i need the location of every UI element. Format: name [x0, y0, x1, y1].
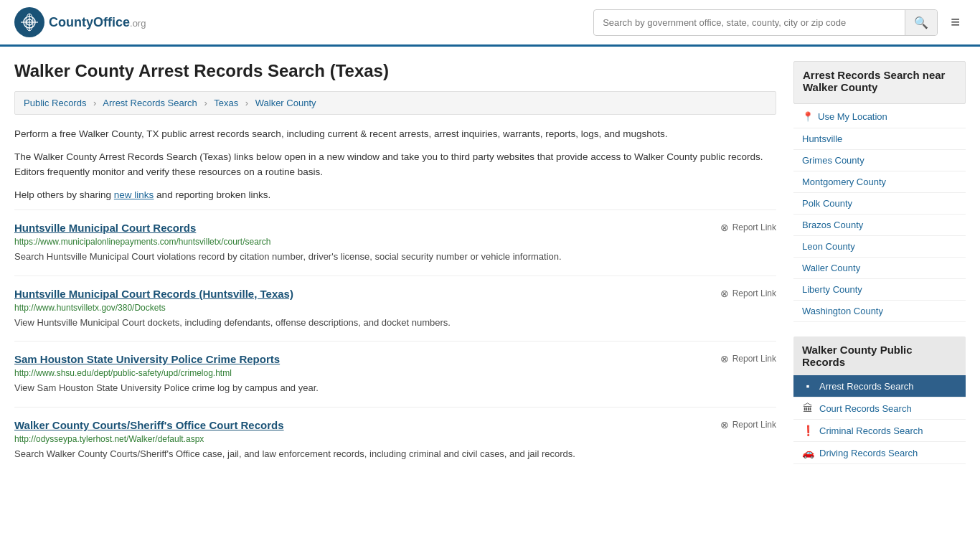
result-desc-3: Search Walker County Courts/Sheriff's Of… — [14, 447, 776, 461]
nearby-link-grimes-county[interactable]: Grimes County — [793, 150, 966, 171]
breadcrumb-texas[interactable]: Texas — [214, 98, 238, 108]
result-title-1[interactable]: Huntsville Municipal Court Records (Hunt… — [14, 288, 293, 300]
description-3: Help others by sharing new links and rep… — [14, 187, 776, 203]
breadcrumb: Public Records › Arrest Records Search ›… — [14, 91, 776, 115]
report-link-2[interactable]: ⊗ Report Link — [720, 353, 776, 364]
logo-area: CountyOffice.org — [14, 7, 146, 37]
nearby-header-bg: Arrest Records Search near Walker County — [793, 61, 966, 104]
search-input[interactable] — [594, 11, 905, 34]
breadcrumb-sep-3: › — [245, 98, 248, 108]
new-links[interactable]: new links — [114, 189, 154, 200]
report-link-3[interactable]: ⊗ Report Link — [720, 419, 776, 430]
logo-text: CountyOffice.org — [49, 15, 146, 30]
result-desc-0: Search Huntsville Municipal Court violat… — [14, 250, 776, 264]
nearby-links: HuntsvilleGrimes CountyMontgomery County… — [793, 128, 966, 322]
result-title-0[interactable]: Huntsville Municipal Court Records — [14, 222, 196, 234]
result-item: Huntsville Municipal Court Records (Hunt… — [14, 276, 776, 342]
nearby-link-waller-county[interactable]: Waller County — [793, 258, 966, 279]
main-container: Walker County Arrest Records Search (Tex… — [0, 47, 980, 479]
use-location[interactable]: 📍 Use My Location — [793, 105, 966, 128]
records-links: ▪ Arrest Records Search 🏛 Court Records … — [793, 375, 966, 464]
record-label-3: Driving Records Search — [819, 448, 918, 458]
nearby-link-polk-county[interactable]: Polk County — [793, 193, 966, 215]
results-container: Huntsville Municipal Court Records ⊗ Rep… — [14, 209, 776, 472]
result-item: Sam Houston State University Police Crim… — [14, 341, 776, 407]
nearby-link-liberty-county[interactable]: Liberty County — [793, 279, 966, 301]
record-link-criminal-records-search[interactable]: ❗ Criminal Records Search — [793, 420, 966, 442]
report-icon-0: ⊗ — [720, 222, 729, 233]
result-url-2[interactable]: http://www.shsu.edu/dept/public-safety/u… — [14, 368, 776, 378]
result-header: Walker County Courts/Sheriff's Office Co… — [14, 419, 776, 431]
header: CountyOffice.org 🔍 ≡ — [0, 0, 980, 47]
record-link-driving-records-search[interactable]: 🚗 Driving Records Search — [793, 442, 966, 464]
report-link-0[interactable]: ⊗ Report Link — [720, 222, 776, 233]
breadcrumb-public-records[interactable]: Public Records — [24, 98, 86, 108]
record-label-1: Court Records Search — [819, 403, 912, 414]
page-title: Walker County Arrest Records Search (Tex… — [14, 61, 776, 81]
record-link-arrest-records-search[interactable]: ▪ Arrest Records Search — [793, 375, 966, 397]
result-url-0[interactable]: https://www.municipalonlinepayments.com/… — [14, 237, 776, 247]
report-icon-1: ⊗ — [720, 288, 729, 299]
nearby-link-brazos-county[interactable]: Brazos County — [793, 215, 966, 236]
record-icon-3: 🚗 — [802, 447, 814, 458]
use-location-label: Use My Location — [818, 111, 887, 122]
nearby-link-huntsville[interactable]: Huntsville — [793, 128, 966, 150]
sidebar: Arrest Records Search near Walker County… — [793, 61, 966, 479]
result-desc-1: View Huntsville Municipal Court dockets,… — [14, 316, 776, 330]
record-link-court-records-search[interactable]: 🏛 Court Records Search — [793, 397, 966, 420]
result-title-2[interactable]: Sam Houston State University Police Crim… — [14, 353, 280, 365]
breadcrumb-sep-2: › — [204, 98, 207, 108]
result-header: Sam Houston State University Police Crim… — [14, 353, 776, 365]
result-title-3[interactable]: Walker County Courts/Sheriff's Office Co… — [14, 419, 284, 431]
nearby-link-washington-county[interactable]: Washington County — [793, 301, 966, 322]
record-icon-1: 🏛 — [802, 402, 814, 414]
breadcrumb-walker-county[interactable]: Walker County — [255, 98, 316, 108]
report-link-1[interactable]: ⊗ Report Link — [720, 288, 776, 299]
result-desc-2: View Sam Houston State University Police… — [14, 381, 776, 395]
nearby-link-leon-county[interactable]: Leon County — [793, 236, 966, 258]
breadcrumb-sep-1: › — [93, 98, 96, 108]
result-item: Huntsville Municipal Court Records ⊗ Rep… — [14, 209, 776, 276]
content-area: Walker County Arrest Records Search (Tex… — [14, 61, 776, 479]
record-icon-2: ❗ — [802, 425, 814, 436]
record-label-0: Arrest Records Search — [819, 381, 914, 392]
desc3-suffix: and reporting broken links. — [154, 189, 270, 200]
nearby-link-montgomery-county[interactable]: Montgomery County — [793, 171, 966, 193]
nearby-section: Arrest Records Search near Walker County… — [793, 61, 966, 322]
search-button[interactable]: 🔍 — [905, 10, 937, 35]
public-records-section: Walker County Public Records ▪ Arrest Re… — [793, 336, 966, 464]
result-url-1[interactable]: http://www.huntsvilletx.gov/380/Dockets — [14, 303, 776, 313]
logo-icon — [14, 7, 44, 37]
menu-icon[interactable]: ≡ — [945, 10, 966, 34]
search-bar: 🔍 — [593, 9, 938, 36]
breadcrumb-arrest-records-search[interactable]: Arrest Records Search — [103, 98, 197, 108]
header-right: 🔍 ≡ — [593, 9, 966, 36]
report-icon-3: ⊗ — [720, 419, 729, 430]
record-icon-0: ▪ — [802, 380, 814, 392]
description-2: The Walker County Arrest Records Search … — [14, 149, 776, 180]
description-1: Perform a free Walker County, TX public … — [14, 126, 776, 142]
records-header: Walker County Public Records — [793, 336, 966, 375]
result-header: Huntsville Municipal Court Records ⊗ Rep… — [14, 222, 776, 234]
desc3-prefix: Help others by sharing — [14, 189, 114, 200]
result-item: Walker County Courts/Sheriff's Office Co… — [14, 407, 776, 473]
result-header: Huntsville Municipal Court Records (Hunt… — [14, 288, 776, 300]
result-url-3[interactable]: http://odysseypa.tylerhost.net/Walker/de… — [14, 434, 776, 444]
location-pin-icon: 📍 — [802, 111, 814, 122]
report-icon-2: ⊗ — [720, 353, 729, 364]
record-label-2: Criminal Records Search — [819, 425, 923, 436]
nearby-header: Arrest Records Search near Walker County — [803, 69, 956, 93]
